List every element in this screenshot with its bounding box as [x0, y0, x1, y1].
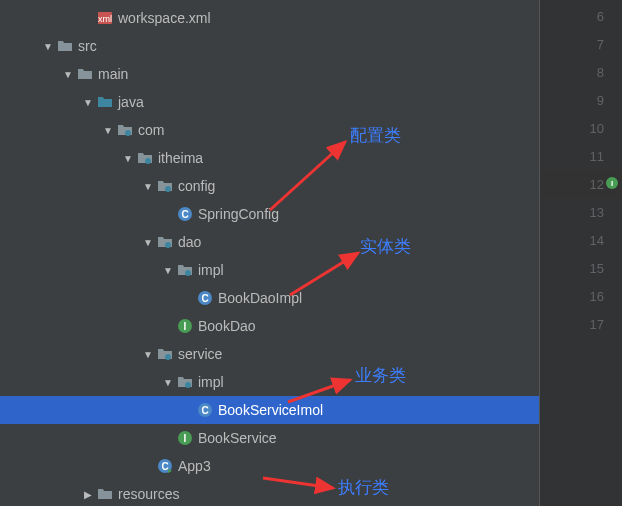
- line-number: 16: [590, 289, 604, 304]
- expand-arrow-icon[interactable]: [140, 237, 156, 248]
- gutter-marker-icon[interactable]: I: [606, 177, 620, 191]
- tree-node-dir-main[interactable]: main: [0, 60, 539, 88]
- tree-node-label: impl: [198, 256, 224, 284]
- gutter-line[interactable]: 14: [540, 226, 622, 254]
- gutter-line[interactable]: 13: [540, 198, 622, 226]
- tree-node-label: App3: [178, 452, 211, 480]
- tree-node-pkg-itheima[interactable]: itheima: [0, 144, 539, 172]
- gutter-line[interactable]: 15: [540, 254, 622, 282]
- tree-node-label: impl: [198, 368, 224, 396]
- tree-node-label: config: [178, 172, 215, 200]
- gutter-line[interactable]: 10: [540, 114, 622, 142]
- svg-point-7: [165, 242, 171, 248]
- expand-arrow-icon[interactable]: [80, 97, 96, 108]
- expand-arrow-icon[interactable]: [140, 349, 156, 360]
- pkg-icon: [176, 262, 194, 278]
- svg-text:C: C: [201, 293, 208, 304]
- interface-icon: I: [176, 318, 194, 334]
- tree-node-label: service: [178, 340, 222, 368]
- tree-node-label: resources: [118, 480, 179, 506]
- svg-text:C: C: [201, 405, 208, 416]
- xml-icon: xml: [96, 10, 114, 26]
- pkg-icon: [156, 346, 174, 362]
- line-number: 15: [590, 261, 604, 276]
- expand-arrow-icon[interactable]: [160, 377, 176, 388]
- pkg-icon: [156, 234, 174, 250]
- tree-node-dir-src[interactable]: src: [0, 32, 539, 60]
- tree-node-label: dao: [178, 228, 201, 256]
- gutter-line[interactable]: 6: [540, 2, 622, 30]
- tree-node-pkg-config[interactable]: config: [0, 172, 539, 200]
- gutter-line[interactable]: 7: [540, 30, 622, 58]
- line-number: 13: [590, 205, 604, 220]
- tree-node-label: BookDaoImpl: [218, 284, 302, 312]
- expand-arrow-icon[interactable]: [160, 265, 176, 276]
- tree-node-pkg-service[interactable]: service: [0, 340, 539, 368]
- src-dir-icon: [96, 94, 114, 110]
- dir-icon: [76, 66, 94, 82]
- tree-node-label: itheima: [158, 144, 203, 172]
- expand-arrow-icon[interactable]: [40, 41, 56, 52]
- tree-node-pkg-service-impl[interactable]: impl: [0, 368, 539, 396]
- tree-node-label: main: [98, 60, 128, 88]
- gutter-line[interactable]: 16: [540, 282, 622, 310]
- svg-text:I: I: [184, 433, 187, 444]
- dir-icon: [56, 38, 74, 54]
- tree-node-class-app3[interactable]: CApp3: [0, 452, 539, 480]
- editor-gutter: 6789101112I↑1314151617: [540, 0, 622, 506]
- svg-text:C: C: [161, 461, 168, 472]
- tree-node-label: BookDao: [198, 312, 256, 340]
- tree-node-label: src: [78, 32, 97, 60]
- tree-node-class-bookserviceimol[interactable]: CBookServiceImol: [0, 396, 539, 424]
- line-number: 14: [590, 233, 604, 248]
- tree-node-pkg-dao[interactable]: dao: [0, 228, 539, 256]
- tree-node-label: SpringConfig: [198, 200, 279, 228]
- pkg-icon: [176, 374, 194, 390]
- expand-arrow-icon[interactable]: [80, 489, 96, 500]
- tree-node-label: BookServiceImol: [218, 396, 323, 424]
- tree-node-iface-bookservice[interactable]: IBookService: [0, 424, 539, 452]
- line-number: 12: [590, 177, 604, 192]
- tree-node-label: java: [118, 88, 144, 116]
- expand-arrow-icon[interactable]: [120, 153, 136, 164]
- line-number: 11: [590, 149, 604, 164]
- line-number: 7: [597, 37, 604, 52]
- expand-arrow-icon[interactable]: [100, 125, 116, 136]
- class-icon: C: [196, 290, 214, 306]
- tree-node-dir-resources[interactable]: resources: [0, 480, 539, 506]
- gutter-line[interactable]: 11: [540, 142, 622, 170]
- gutter-line[interactable]: 9: [540, 86, 622, 114]
- tree-node-label: workspace.xml: [118, 4, 211, 32]
- svg-text:xml: xml: [98, 14, 112, 24]
- tree-node-dir-java[interactable]: java: [0, 88, 539, 116]
- tree-node-file-workspace-xml[interactable]: xmlworkspace.xml: [0, 4, 539, 32]
- svg-text:C: C: [181, 209, 188, 220]
- line-number: 10: [590, 121, 604, 136]
- gutter-line[interactable]: 12I↑: [540, 170, 622, 198]
- pkg-icon: [136, 150, 154, 166]
- line-number: 8: [597, 65, 604, 80]
- tree-node-label: com: [138, 116, 164, 144]
- gutter-line[interactable]: 17: [540, 310, 622, 338]
- interface-icon: I: [176, 430, 194, 446]
- class-icon: C: [176, 206, 194, 222]
- class-run-icon: C: [156, 458, 174, 474]
- expand-arrow-icon[interactable]: [140, 181, 156, 192]
- tree-node-pkg-com[interactable]: com: [0, 116, 539, 144]
- pkg-icon: [156, 178, 174, 194]
- svg-point-4: [165, 186, 171, 192]
- tree-node-iface-bookdao[interactable]: IBookDao: [0, 312, 539, 340]
- gutter-line[interactable]: 8: [540, 58, 622, 86]
- tree-node-pkg-dao-impl[interactable]: impl: [0, 256, 539, 284]
- res-dir-icon: [96, 486, 114, 502]
- svg-point-2: [125, 130, 131, 136]
- pkg-icon: [116, 122, 134, 138]
- line-number: 17: [590, 317, 604, 332]
- line-number: 6: [597, 9, 604, 24]
- svg-point-13: [165, 354, 171, 360]
- class-icon: C: [196, 402, 214, 418]
- tree-node-class-bookdaoimpl[interactable]: CBookDaoImpl: [0, 284, 539, 312]
- expand-arrow-icon[interactable]: [60, 69, 76, 80]
- tree-node-class-springconfig[interactable]: CSpringConfig: [0, 200, 539, 228]
- project-tree-panel: xmlworkspace.xmlsrcmainjavacomitheimacon…: [0, 0, 540, 506]
